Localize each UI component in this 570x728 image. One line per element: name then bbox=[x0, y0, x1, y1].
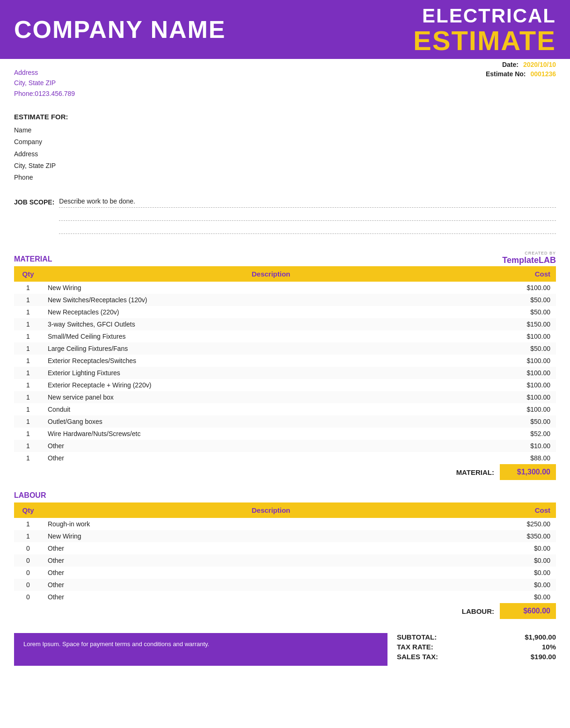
material-table-row: 1 Wire Hardware/Nuts/Screws/etc $52.00 bbox=[14, 428, 556, 440]
labour-total-label: LABOUR: bbox=[14, 603, 500, 619]
lab-row-cost: $0.00 bbox=[500, 567, 556, 579]
labour-col-desc-header: Description bbox=[42, 502, 500, 518]
footer-terms: Lorem Ipsum. Space for payment terms and… bbox=[14, 633, 387, 666]
mat-row-cost: $100.00 bbox=[500, 282, 556, 294]
tax-rate-label: TAX RATE: bbox=[397, 643, 462, 651]
estimate-no-value: 0001236 bbox=[530, 70, 556, 78]
material-total-label: MATERIAL: bbox=[14, 464, 500, 480]
templatelab-brand: TemplateLAB bbox=[502, 255, 556, 265]
mat-row-desc: New Wiring bbox=[42, 282, 500, 294]
electrical-label: ELECTRICAL bbox=[422, 5, 556, 27]
mat-row-qty: 1 bbox=[14, 367, 42, 379]
mat-row-qty: 1 bbox=[14, 403, 42, 415]
mat-row-cost: $100.00 bbox=[500, 403, 556, 415]
lab-row-qty: 0 bbox=[14, 591, 42, 603]
subtotal-value: $1,900.00 bbox=[509, 633, 556, 641]
scope-line-2 bbox=[59, 211, 556, 221]
material-table-row: 1 Conduit $100.00 bbox=[14, 403, 556, 415]
mat-row-cost: $50.00 bbox=[500, 415, 556, 428]
material-table-row: 1 New service panel box $100.00 bbox=[14, 391, 556, 403]
estimate-for-block: ESTIMATE FOR: Name Company Address City,… bbox=[14, 113, 556, 183]
labour-table: Qty Description Cost 1 Rough-in work $25… bbox=[14, 502, 556, 619]
client-address: Address bbox=[14, 148, 556, 160]
sales-tax-row: SALES TAX: $190.00 bbox=[397, 653, 556, 661]
material-table-header: Qty Description Cost bbox=[14, 266, 556, 282]
mat-row-desc: Conduit bbox=[42, 403, 500, 415]
lab-row-desc: New Wiring bbox=[42, 530, 500, 542]
subtotal-row: SUBTOTAL: $1,900.00 bbox=[397, 633, 556, 641]
sales-tax-label: SALES TAX: bbox=[397, 653, 462, 661]
subtotal-label: SUBTOTAL: bbox=[397, 633, 462, 641]
brand-accent: LAB bbox=[539, 255, 556, 265]
job-scope: JOB SCOPE: Describe work to be done. bbox=[14, 197, 556, 237]
mat-row-desc: New Receptacles (220v) bbox=[42, 306, 500, 318]
date-value: 2020/10/10 bbox=[523, 61, 556, 68]
lab-row-qty: 0 bbox=[14, 542, 42, 554]
date-row: Date: 2020/10/10 bbox=[486, 61, 556, 68]
mat-row-desc: Exterior Lighting Fixtures bbox=[42, 367, 500, 379]
mat-row-qty: 1 bbox=[14, 452, 42, 464]
material-col-desc-header: Description bbox=[42, 266, 500, 282]
labour-col-qty-header: Qty bbox=[14, 502, 42, 518]
labour-table-row: 0 Other $0.00 bbox=[14, 542, 556, 554]
labour-section-title: LABOUR bbox=[14, 491, 556, 500]
company-city-state: City, State ZIP bbox=[14, 78, 556, 88]
material-table-row: 1 3-way Switches, GFCI Outlets $150.00 bbox=[14, 318, 556, 330]
lab-row-desc: Other bbox=[42, 542, 500, 554]
footer-terms-text: Lorem Ipsum. Space for payment terms and… bbox=[23, 641, 209, 648]
sales-tax-value: $190.00 bbox=[509, 653, 556, 661]
scope-lines: Describe work to be done. bbox=[59, 197, 556, 237]
mat-row-qty: 1 bbox=[14, 428, 42, 440]
labour-col-cost-header: Cost bbox=[500, 502, 556, 518]
header-bar: COMPANY NAME ELECTRICAL ESTIMATE bbox=[0, 0, 570, 59]
lab-row-qty: 1 bbox=[14, 518, 42, 530]
mat-row-cost: $150.00 bbox=[500, 318, 556, 330]
mat-row-cost: $52.00 bbox=[500, 428, 556, 440]
material-col-qty-header: Qty bbox=[14, 266, 42, 282]
mat-row-qty: 1 bbox=[14, 355, 42, 367]
mat-row-qty: 1 bbox=[14, 415, 42, 428]
labour-table-row: 1 Rough-in work $250.00 bbox=[14, 518, 556, 530]
mat-row-cost: $100.00 bbox=[500, 330, 556, 342]
lab-row-qty: 1 bbox=[14, 530, 42, 542]
footer-summary: SUBTOTAL: $1,900.00 TAX RATE: 10% SALES … bbox=[397, 633, 556, 662]
company-info: Address City, State ZIP Phone:0123.456.7… bbox=[0, 59, 570, 99]
estimate-no-row: Estimate No: 0001236 bbox=[486, 70, 556, 78]
labour-total-row: LABOUR: $600.00 bbox=[14, 603, 556, 619]
material-table-row: 1 New Switches/Receptacles (120v) $50.00 bbox=[14, 294, 556, 306]
lab-row-desc: Rough-in work bbox=[42, 518, 500, 530]
estimate-no-label: Estimate No: bbox=[486, 70, 526, 78]
brand-plain: Template bbox=[502, 255, 539, 265]
material-table-row: 1 New Receptacles (220v) $50.00 bbox=[14, 306, 556, 318]
lab-row-cost: $0.00 bbox=[500, 591, 556, 603]
mat-row-cost: $10.00 bbox=[500, 440, 556, 452]
lab-row-desc: Other bbox=[42, 591, 500, 603]
scope-line-1: Describe work to be done. bbox=[59, 197, 556, 208]
date-estimate-block: Date: 2020/10/10 Estimate No: 0001236 bbox=[486, 61, 556, 80]
mat-row-qty: 1 bbox=[14, 330, 42, 342]
labour-table-row: 0 Other $0.00 bbox=[14, 591, 556, 603]
material-table-row: 1 Exterior Receptacle + Wiring (220v) $1… bbox=[14, 379, 556, 391]
labour-table-row: 1 New Wiring $350.00 bbox=[14, 530, 556, 542]
mat-row-qty: 1 bbox=[14, 440, 42, 452]
material-total-row: MATERIAL: $1,300.00 bbox=[14, 464, 556, 480]
mat-row-desc: Exterior Receptacles/Switches bbox=[42, 355, 500, 367]
mat-row-desc: Other bbox=[42, 452, 500, 464]
mat-row-cost: $88.00 bbox=[500, 452, 556, 464]
mat-row-cost: $100.00 bbox=[500, 391, 556, 403]
mat-row-qty: 1 bbox=[14, 282, 42, 294]
header-right: ELECTRICAL ESTIMATE bbox=[399, 0, 570, 59]
material-col-cost-header: Cost bbox=[500, 266, 556, 282]
mat-row-qty: 1 bbox=[14, 294, 42, 306]
templatelab-badge: CREATED BY TemplateLAB bbox=[502, 251, 556, 265]
lab-row-cost: $0.00 bbox=[500, 554, 556, 567]
material-table-row: 1 Exterior Receptacles/Switches $100.00 bbox=[14, 355, 556, 367]
material-table-row: 1 Other $88.00 bbox=[14, 452, 556, 464]
tax-rate-value: 10% bbox=[509, 643, 556, 651]
mat-row-cost: $50.00 bbox=[500, 294, 556, 306]
labour-table-header: Qty Description Cost bbox=[14, 502, 556, 518]
mat-row-qty: 1 bbox=[14, 379, 42, 391]
client-name: Name bbox=[14, 124, 556, 136]
company-name: COMPANY NAME bbox=[14, 15, 226, 44]
lab-row-desc: Other bbox=[42, 554, 500, 567]
